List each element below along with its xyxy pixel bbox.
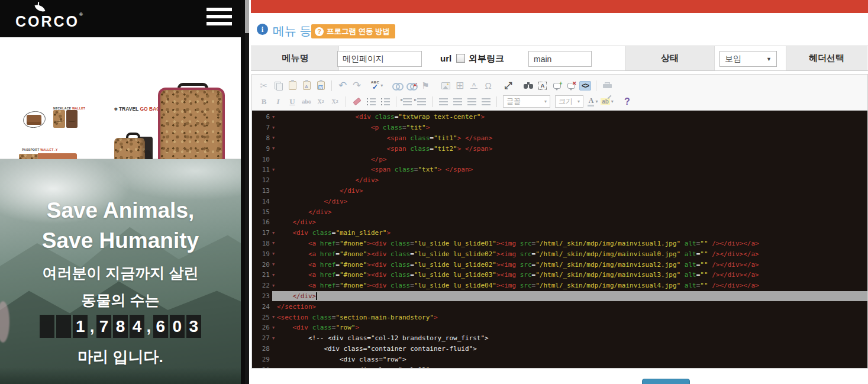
fold-toggle-icon[interactable]: ▼	[270, 325, 277, 330]
code-line-30[interactable]: 30 <div class="col-12">	[252, 364, 867, 368]
code-line-9[interactable]: 9▼ <span class="tit2"> </span>	[252, 143, 867, 154]
anchor-flag-icon[interactable]: ⚑	[419, 79, 432, 92]
code-line-20[interactable]: 20▼ <a href="#none"><div class="lu_slide…	[252, 259, 867, 270]
code-line-8[interactable]: 8▼ <span class="tit1"> </span>	[252, 133, 867, 144]
code-line-18[interactable]: 18▼ <a href="#none"><div class="lu_slide…	[252, 238, 867, 249]
scrollbar-thumb[interactable]	[245, 0, 249, 33]
code-line-29[interactable]: 29 <div class="row">	[252, 354, 867, 364]
menu-name-input[interactable]	[337, 51, 422, 67]
fold-toggle-icon[interactable]: ▼	[270, 146, 277, 151]
code-line-14[interactable]: 14 </div>	[252, 196, 867, 206]
font-family-dropdown[interactable]: 글꼴▾	[503, 95, 550, 108]
product-slider[interactable]: NECKLACE WALLET PASSPORT WALLET .Y ✻TRAV…	[0, 37, 241, 159]
find-replace-icon[interactable]	[522, 79, 535, 92]
code-line-10[interactable]: 10 </p>	[252, 154, 867, 164]
bold-icon[interactable]: B	[257, 95, 270, 108]
add-word-bubble-icon[interactable]: +	[550, 79, 563, 92]
fold-toggle-icon[interactable]: ▼	[270, 315, 277, 320]
hamburger-menu-icon[interactable]	[206, 8, 232, 29]
highlight-color-icon[interactable]: ab▾	[601, 95, 614, 108]
superscript-icon[interactable]: X2	[328, 95, 341, 108]
remove-word-bubble-icon[interactable]: ✕	[564, 79, 577, 92]
align-justify-icon[interactable]	[479, 95, 492, 108]
external-link-checkbox[interactable]	[456, 54, 465, 63]
help-icon[interactable]: ?	[621, 95, 634, 108]
insert-image-icon[interactable]	[439, 79, 452, 92]
url-input[interactable]	[528, 51, 592, 67]
font-size-dropdown[interactable]: 크기▾	[555, 95, 583, 108]
link-icon[interactable]	[391, 79, 404, 92]
bulleted-list-icon[interactable]	[379, 95, 392, 108]
paste-as-text-icon[interactable]: A	[300, 79, 313, 92]
copy-icon[interactable]	[272, 79, 285, 92]
special-char-icon[interactable]: Ω	[482, 79, 495, 92]
external-link-label: 외부링크	[469, 53, 504, 64]
outdent-icon[interactable]: ◂	[401, 95, 414, 108]
horizontal-rule-icon[interactable]: A	[467, 79, 480, 92]
fold-toggle-icon[interactable]: ▼	[270, 336, 277, 341]
brand-logo[interactable]: CORCO®	[15, 4, 83, 21]
paste-from-word-icon[interactable]: W	[314, 79, 327, 92]
status-select[interactable]: 보임 ▼	[719, 51, 777, 67]
align-right-icon[interactable]	[465, 95, 478, 108]
strikethrough-icon[interactable]: abc	[300, 95, 313, 108]
code-line-6[interactable]: 6▼ <div class="txtwrap text-center">	[252, 112, 867, 122]
indent-icon[interactable]: ▸	[415, 95, 428, 108]
code-line-23[interactable]: 23 </div>	[252, 291, 867, 302]
code-line-22[interactable]: 22▼ <a href="#none"><div class="lu_slide…	[252, 280, 867, 291]
print-icon[interactable]	[601, 79, 614, 92]
fold-toggle-icon[interactable]: ▼	[270, 273, 277, 277]
code-line-19[interactable]: 19▼ <a href="#none"><div class="lu_slide…	[252, 249, 867, 259]
toolbar-separator	[331, 80, 332, 91]
code-line-24[interactable]: 24</section>	[252, 301, 867, 312]
select-all-icon[interactable]: A	[536, 79, 549, 92]
brown-wallet-image	[66, 110, 78, 128]
animal-counter: 1 , 7 8 4 , 6 0 3	[0, 315, 241, 338]
fold-toggle-icon[interactable]: ▼	[270, 251, 277, 256]
numbered-list-icon[interactable]	[364, 95, 377, 108]
code-line-16[interactable]: 16 </div>	[252, 217, 867, 228]
counter-digit: 0	[170, 315, 185, 338]
spellcheck-icon[interactable]: ABC✓▾	[370, 79, 383, 92]
remove-format-icon[interactable]	[350, 95, 363, 108]
code-line-21[interactable]: 21▼ <a href="#none"><div class="lu_slide…	[252, 270, 867, 280]
source-view-button[interactable]: <>	[579, 79, 592, 92]
code-line-15[interactable]: 15 </div>	[252, 206, 867, 217]
scrollbar-track[interactable]	[245, 0, 249, 384]
fold-toggle-icon[interactable]: ▼	[270, 262, 277, 267]
code-line-11[interactable]: 11▼ <span class="txt"> </span>	[252, 164, 867, 175]
fold-toggle-icon[interactable]: ▼	[270, 167, 277, 172]
fold-toggle-icon[interactable]: ▼	[270, 231, 277, 235]
save-button[interactable]: 저장하기	[642, 379, 690, 384]
insert-table-icon[interactable]: ⊞	[453, 79, 466, 92]
italic-icon[interactable]: I	[272, 95, 285, 108]
source-code-area[interactable]: 6▼ <div class="txtwrap text-center">7▼ <…	[252, 111, 867, 368]
code-line-12[interactable]: 12 </div>	[252, 175, 867, 186]
code-line-7[interactable]: 7▼ <p class="tit">	[252, 122, 867, 133]
maximize-icon[interactable]: ⤢	[502, 79, 515, 92]
undo-icon[interactable]: ↶	[336, 79, 349, 92]
code-line-13[interactable]: 13 </div>	[252, 186, 867, 196]
fold-toggle-icon[interactable]: ▼	[270, 135, 277, 140]
program-link-help-button[interactable]: ? 프로그램 연동 방법	[311, 24, 395, 38]
unlink-icon[interactable]: ✕	[405, 79, 418, 92]
site-preview-pane: CORCO® NECKLACE WALLET PASSPORT WALLET .…	[0, 0, 241, 384]
cut-icon[interactable]: ✂	[257, 79, 270, 92]
paste-icon[interactable]	[286, 79, 299, 92]
code-line-25[interactable]: 25▼<section class="section-main-brandsto…	[252, 312, 867, 322]
redo-icon[interactable]: ↷	[350, 79, 363, 92]
align-left-icon[interactable]	[437, 95, 450, 108]
code-line-26[interactable]: 26▼ <div class="row">	[252, 322, 867, 333]
code-line-28[interactable]: 28 <div class="container container-fluid…	[252, 344, 867, 354]
fold-toggle-icon[interactable]: ▼	[270, 115, 277, 120]
fold-toggle-icon[interactable]: ▼	[270, 283, 277, 288]
underline-icon[interactable]: U	[286, 95, 299, 108]
code-line-17[interactable]: 17▼ <div class="main_slider">	[252, 228, 867, 238]
fold-toggle-icon[interactable]: ▼	[270, 125, 277, 130]
subscript-icon[interactable]: X2	[314, 95, 327, 108]
text-color-icon[interactable]: A▾	[586, 95, 599, 108]
text-cursor	[316, 292, 317, 300]
fold-toggle-icon[interactable]: ▼	[270, 241, 277, 246]
align-center-icon[interactable]	[451, 95, 464, 108]
code-line-27[interactable]: 27▼ <!-- <div class="col-12 brandstory_r…	[252, 333, 867, 344]
